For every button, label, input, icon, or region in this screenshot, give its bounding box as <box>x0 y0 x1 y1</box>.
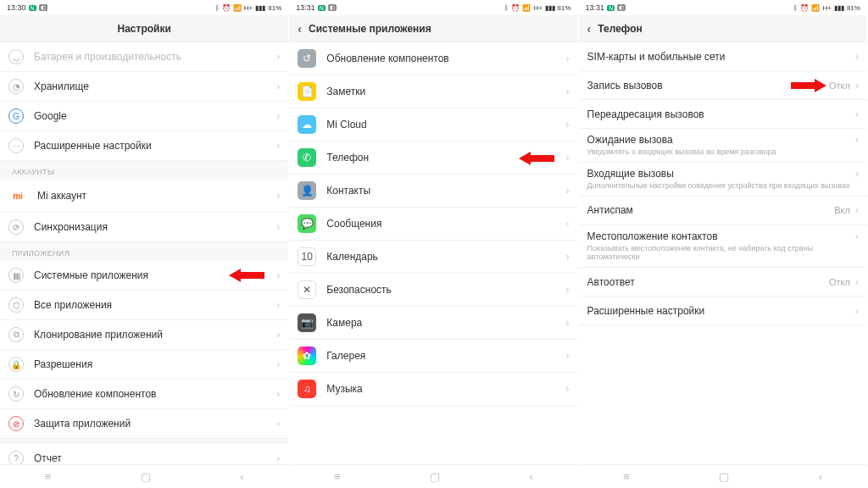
row-gallery[interactable]: ✿ Галерея › <box>289 340 577 373</box>
row-label: Входящие вызовы <box>587 168 855 180</box>
nav-menu-icon[interactable]: ≡ <box>623 470 630 483</box>
alarm-icon: ⏰ <box>222 4 231 12</box>
chevron-right-icon: › <box>855 134 859 146</box>
security-icon: ✕ <box>298 280 316 299</box>
row-forwarding[interactable]: Переадресация вызовов › <box>579 100 867 129</box>
row-micloud[interactable]: ☁ Mi Cloud › <box>289 108 577 141</box>
row-security[interactable]: ✕ Безопасность › <box>289 274 577 307</box>
chevron-right-icon: › <box>566 86 570 97</box>
status-app-icon: N <box>318 5 326 11</box>
row-label: Антиспам <box>587 204 835 216</box>
notes-icon: 📄 <box>298 82 316 101</box>
row-google[interactable]: G Google › <box>0 102 288 131</box>
chevron-right-icon: › <box>855 276 859 288</box>
nav-home-icon[interactable]: ▢ <box>719 470 729 483</box>
row-label: Обновление компонентов <box>326 53 565 64</box>
svg-marker-2 <box>791 79 826 92</box>
row-call-recording[interactable]: Запись вызовов Откл › <box>579 71 867 100</box>
row-label: Хранилище <box>34 80 276 92</box>
row-sync[interactable]: ⟳ Синхронизация › <box>0 213 288 242</box>
nav-back-icon[interactable]: ‹ <box>240 470 243 483</box>
red-arrow-icon <box>791 79 826 92</box>
row-notes[interactable]: 📄 Заметки › <box>289 75 577 108</box>
mi-icon: mi <box>8 186 27 205</box>
chevron-right-icon: › <box>276 299 280 311</box>
row-calendar[interactable]: 10 Календарь › <box>289 241 577 274</box>
row-storage[interactable]: ◔ Хранилище › <box>0 72 288 102</box>
status-bar: 13:30 N ◐ ᛒ ⏰ 📶 H+ ▮▮▮ 81% <box>0 0 288 15</box>
status-bar: 13:31 N ◐ ᛒ ⏰ 📶 H+ ▮▮▮ 81% <box>579 0 867 15</box>
battery-icon: ▮▮▮ <box>545 4 555 12</box>
row-app-protect[interactable]: ⊘ Защита приложений › <box>0 409 288 439</box>
battery-icon: ▮▮▮ <box>834 4 844 12</box>
section-apps: ПРИЛОЖЕНИЯ <box>0 242 288 261</box>
row-label: Синхронизация <box>34 221 276 233</box>
status-time: 13:30 <box>7 3 26 12</box>
nav-bar: ≡ ▢ ‹ <box>289 464 577 488</box>
contacts-icon: 👤 <box>298 181 316 200</box>
back-icon[interactable]: ‹ <box>587 22 592 36</box>
row-permissions[interactable]: 🔒 Разрешения › <box>0 350 288 380</box>
page-title: Настройки <box>117 23 170 35</box>
apps-list: ↺ Обновление компонентов › 📄 Заметки › ☁… <box>289 42 577 464</box>
status-bar: 13:31 N ◐ ᛒ ⏰ 📶 H+ ▮▮▮ 81% <box>289 0 577 15</box>
nav-back-icon[interactable]: ‹ <box>819 470 822 483</box>
header: ‹ Телефон <box>579 15 867 42</box>
cloud-icon: ☁ <box>298 115 316 134</box>
status-app-icon: ◐ <box>617 4 626 11</box>
row-camera[interactable]: 📷 Камера › <box>289 307 577 340</box>
row-all-apps[interactable]: ⬡ Все приложения › <box>0 291 288 320</box>
row-clone-apps[interactable]: ⧉ Клонирование приложений › <box>0 320 288 350</box>
row-report[interactable]: ? Отчет › <box>0 444 288 464</box>
row-messages[interactable]: 💬 Сообщения › <box>289 208 577 241</box>
row-mi-account[interactable]: mi Mi аккаунт › <box>0 180 288 213</box>
nav-home-icon[interactable]: ▢ <box>430 470 440 483</box>
row-battery[interactable]: ◡ Батарея и производительность › <box>0 42 288 72</box>
chevron-right-icon: › <box>855 305 859 317</box>
row-advanced[interactable]: Расширенные настройки › <box>579 297 867 325</box>
red-arrow-icon <box>229 269 264 282</box>
row-advanced[interactable]: ⋯ Расширенные настройки › <box>0 131 288 161</box>
row-update-components[interactable]: ↺ Обновление компонентов › <box>289 42 577 75</box>
row-phone[interactable]: ✆ Телефон › <box>289 141 577 175</box>
row-label: Ожидание вызова <box>587 134 855 146</box>
row-sublabel: Уведомлять о входящих вызовах во время р… <box>587 147 855 157</box>
sync-icon: ⟳ <box>8 219 24 235</box>
svg-marker-1 <box>519 152 554 165</box>
chevron-right-icon: › <box>276 190 280 202</box>
row-value: Откл <box>829 80 850 91</box>
row-label: Обновление компонентов <box>34 388 276 400</box>
row-contacts[interactable]: 👤 Контакты › <box>289 175 577 208</box>
screen-phone-settings: 13:31 N ◐ ᛒ ⏰ 📶 H+ ▮▮▮ 81% ‹ Телефон SIM… <box>579 0 868 488</box>
row-label: Автоответ <box>587 276 829 288</box>
status-app-icon: N <box>607 5 615 11</box>
network-icon: H+ <box>822 4 831 12</box>
row-auto-answer[interactable]: Автоответ Откл › <box>579 268 867 297</box>
nav-menu-icon[interactable]: ≡ <box>45 470 52 483</box>
nav-bar: ≡ ▢ ‹ <box>579 464 867 488</box>
chevron-right-icon: › <box>566 383 570 395</box>
gallery-icon: ✿ <box>298 347 316 365</box>
row-system-apps[interactable]: ▦ Системные приложения › <box>0 261 288 291</box>
chevron-right-icon: › <box>566 350 570 362</box>
row-call-waiting[interactable]: Ожидание вызова Уведомлять о входящих вы… <box>579 129 867 163</box>
back-icon[interactable]: ‹ <box>298 22 302 36</box>
row-component-update[interactable]: ↻ Обновление компонентов › <box>0 380 288 409</box>
nav-home-icon[interactable]: ▢ <box>141 470 151 483</box>
nav-bar: ≡ ▢ ‹ <box>0 464 288 488</box>
row-label: SIM-карты и мобильные сети <box>587 51 855 63</box>
chevron-right-icon: › <box>276 358 280 370</box>
row-music[interactable]: ♫ Музыка › <box>289 373 577 406</box>
row-value: Откл <box>829 277 850 287</box>
chevron-right-icon: › <box>855 51 859 63</box>
nav-menu-icon[interactable]: ≡ <box>334 470 341 483</box>
row-contact-location[interactable]: Местоположение контактов Показывать мест… <box>579 225 867 269</box>
row-sim[interactable]: SIM-карты и мобильные сети › <box>579 42 867 71</box>
screen-settings: 13:30 N ◐ ᛒ ⏰ 📶 H+ ▮▮▮ 81% Настройки ◡ Б… <box>0 0 289 488</box>
row-incoming[interactable]: Входящие вызовы Дополнительные настройки… <box>579 163 867 197</box>
row-antispam[interactable]: Антиспам Вкл › <box>579 197 867 225</box>
row-label: Расширенные настройки <box>587 305 855 317</box>
row-label: Клонирование приложений <box>34 329 276 341</box>
row-label: Местоположение контактов <box>587 230 855 242</box>
nav-back-icon[interactable]: ‹ <box>530 470 533 483</box>
